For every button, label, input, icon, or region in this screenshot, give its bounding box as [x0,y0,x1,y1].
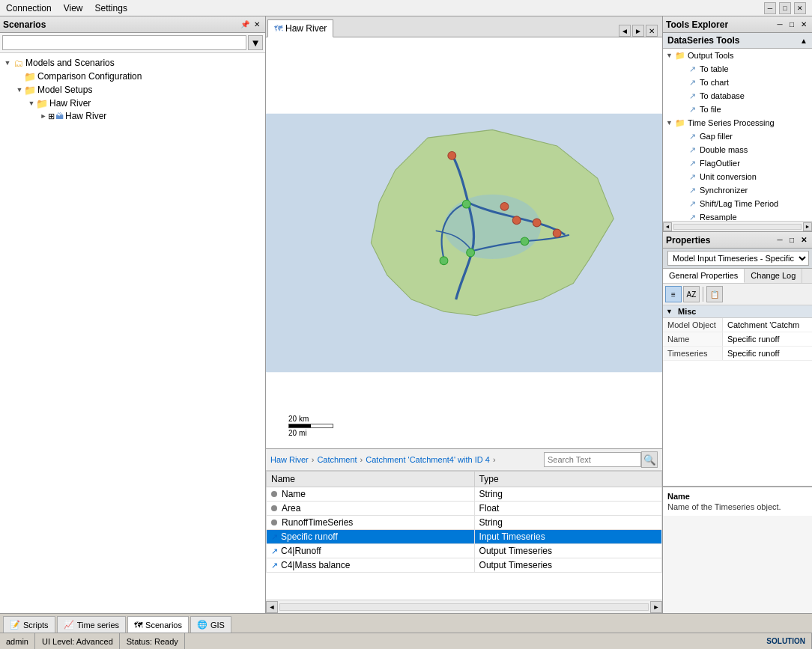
tools-shift-lag[interactable]: ► ↗ Shift/Lag Time Period [663,197,812,210]
resample-label: Resample [700,213,737,221]
tools-unit-conv[interactable]: ► ↗ Unit conversion [663,170,812,183]
row-icon-arrow: ↗ [271,546,278,555]
menu-view[interactable]: View [64,3,83,13]
tools-to-file[interactable]: ► ↗ To file [663,103,812,116]
tools-h-scroll[interactable]: ◄ ► [663,221,812,231]
map-tab[interactable]: 🗺 Haw River [267,19,333,37]
props-sort-az-btn[interactable]: AZ [683,286,700,302]
tree-comparison[interactable]: ► 📁 Comparison Configuration [0,70,265,83]
tools-h-scroll-left[interactable]: ◄ [663,222,672,231]
expand-hawriver-icon[interactable]: ▼ [27,99,36,108]
hawriver-doc-icon1: ⊞ [48,112,55,121]
to-chart-label: To chart [700,78,729,87]
tools-synchronizer[interactable]: ► ↗ Synchronizer [663,183,812,197]
svg-point-9 [467,249,475,257]
tools-double-mass[interactable]: ► ↗ Double mass [663,143,812,156]
minimize-icon[interactable]: ─ [764,2,776,14]
tab-prev-btn[interactable]: ◄ [619,25,631,37]
table-search-input[interactable] [544,452,641,467]
tab-time-series[interactable]: 📈 Time series [57,616,126,633]
breadcrumb-item-2[interactable]: Catchment [317,455,357,464]
shift-lag-label: Shift/Lag Time Period [700,199,778,208]
svg-point-8 [462,200,470,208]
table-row[interactable]: ↗C4|Runoff Output Timeseries [267,544,662,558]
table-scroll[interactable]: Name Type Name String Area Float [266,471,662,600]
menu-settings[interactable]: Settings [95,3,127,13]
tab-next-btn[interactable]: ► [632,25,644,37]
props-tabs: General Properties Change Log [663,269,812,284]
tools-h-scroll-right[interactable]: ► [803,222,812,231]
tab-change-log[interactable]: Change Log [745,269,802,283]
synchronizer-label: Synchronizer [700,186,748,195]
table-row[interactable]: Name String [267,487,662,502]
close-icon[interactable]: ✕ [794,2,806,14]
properties-icons: ─ □ ✕ [775,235,809,246]
misc-expand-icon[interactable]: ▼ [666,308,675,315]
double-mass-tool-icon: ↗ [687,144,697,155]
props-close-icon[interactable]: ✕ [799,235,809,246]
table-row[interactable]: Area Float [267,502,662,516]
tools-gap-filler[interactable]: ► ↗ Gap filler [663,130,812,143]
map-tab-label: Haw River [285,23,327,34]
tab-scenarios[interactable]: 🗺 Scenarios [127,616,189,633]
tools-h-scroll-track[interactable] [673,224,802,230]
props-dropdown[interactable]: Model Input Timeseries - Specific [667,251,809,266]
props-desc-btn[interactable]: 📋 [706,286,723,302]
tab-scripts[interactable]: 📝 Scripts [3,616,55,633]
expand-modelsetups-icon[interactable]: ▼ [15,85,24,94]
tools-output-section[interactable]: ▼ 📁 Output Tools [663,49,812,62]
tools-flagoutlier[interactable]: ► ↗ FlagOutlier [663,156,812,170]
scenarios-panel: Scenarios 📌 ✕ ▼ ▼ 🗂 Models and Scenarios [0,16,266,613]
breadcrumb-item-3[interactable]: Catchment 'Catchment4' with ID 4 [366,455,490,464]
comparison-folder-icon: 📁 [24,70,36,82]
flagoutlier-label: FlagOutlier [700,159,740,168]
table-row[interactable]: ↗C4|Mass balance Output Timeseries [267,558,662,573]
menu-connection[interactable]: Connection [6,3,52,13]
dataseries-collapse-icon[interactable]: ▲ [800,37,808,45]
props-restore-icon[interactable]: □ [787,235,797,246]
breadcrumb-item-1[interactable]: Haw River [270,455,309,464]
close-panel-icon[interactable]: ✕ [252,19,262,30]
row-type: Output Timeseries [474,558,661,573]
tools-explorer-icons: ─ □ ✕ [775,19,809,30]
tools-restore-icon[interactable]: □ [787,19,797,30]
pin-icon[interactable]: 📌 [240,19,250,30]
breadcrumb-sep-1: › [312,455,315,464]
props-sort-cat-btn[interactable]: ≡ [665,286,682,302]
tree-root[interactable]: ▼ 🗂 Models and Scenarios [0,56,265,70]
search-button[interactable]: ▼ [248,35,263,50]
tab-gis[interactable]: 🌐 GIS [190,616,231,633]
h-scroll[interactable]: ◄ ► [266,600,662,613]
scenarios-panel-icons: 📌 ✕ [240,19,262,30]
tools-tsp-section[interactable]: ▼ 📁 Time Series Processing [663,116,812,130]
expand-hawriver-doc-icon[interactable]: ► [39,112,48,121]
h-scroll-left-btn[interactable]: ◄ [266,601,278,613]
tools-to-chart[interactable]: ► ↗ To chart [663,76,812,89]
table-row[interactable]: RunoffTimeSeries String [267,516,662,530]
svg-point-2 [444,195,542,259]
tree-hawriver-doc[interactable]: ► ⊞ 🏔 Haw River [0,110,265,122]
expand-root-icon[interactable]: ▼ [3,58,12,67]
tools-to-table[interactable]: ► ↗ To table [663,62,812,76]
props-row-name: Name Specific runoff [663,332,812,347]
maximize-icon[interactable]: □ [779,2,791,14]
tab-general-properties[interactable]: General Properties [663,269,745,283]
col-type-header: Type [474,472,661,487]
tab-close-btn[interactable]: ✕ [646,25,658,37]
props-value-model-object: Catchment 'Catchm [723,318,812,332]
tools-tree: ▼ 📁 Output Tools ► ↗ To table ► ↗ To cha… [663,49,812,221]
props-content: ▼ Misc Model Object Catchment 'Catchm Na… [663,305,812,486]
synchronizer-tool-icon: ↗ [687,185,697,195]
tree-hawriver-folder[interactable]: ▼ 📁 Haw River [0,97,265,110]
search-input[interactable] [2,35,246,50]
h-scroll-right-btn[interactable]: ► [650,601,662,613]
h-scroll-track[interactable] [279,603,649,611]
tools-to-database[interactable]: ► ↗ To database [663,89,812,103]
tools-pin-icon[interactable]: ─ [775,19,785,30]
tree-model-setups[interactable]: ▼ 📁 Model Setups [0,83,265,97]
table-search-btn[interactable]: 🔍 [641,451,658,468]
tools-resample[interactable]: ► ↗ Resample [663,210,812,221]
table-row-selected[interactable]: ↗Specific runoff Input Timeseries [267,530,662,544]
props-pin-icon[interactable]: ─ [775,235,785,246]
tools-close-icon[interactable]: ✕ [799,19,809,30]
